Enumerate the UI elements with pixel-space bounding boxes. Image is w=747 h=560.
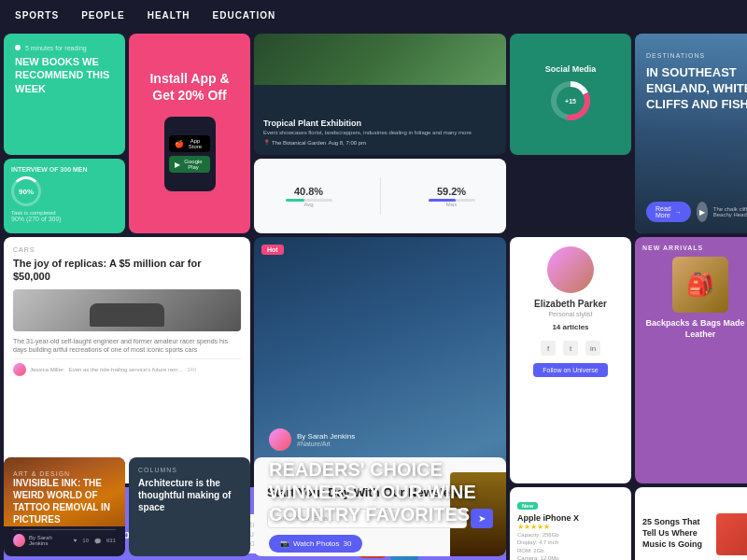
destinations-title: IN SOUTHEAST ENGLAND, WHITE CLIFFS AND F… [646, 65, 747, 113]
empty-col5 [635, 457, 747, 556]
facebook-icon[interactable]: f [541, 341, 556, 356]
stat-2-label: Max [429, 202, 475, 207]
nav-people[interactable]: PEOPLE [81, 10, 125, 21]
likes-icon: ♥ [74, 538, 78, 544]
arrow-icon: → [675, 209, 682, 216]
top-navigation: SPORTS PEOPLE HEALTH EDUCATION [0, 0, 747, 30]
watch-photos-button[interactable]: 📷 Watch Photos 30 [269, 535, 362, 553]
columns-category: COLUMNS [138, 467, 241, 473]
nav-sports[interactable]: SPORTS [15, 10, 59, 21]
author-name: By Sarah Jenkins [297, 432, 355, 441]
elizabeth-name: Elizabeth Parker [534, 299, 607, 309]
art-author-avatar [13, 534, 25, 547]
stat-1-value: 40.8% [286, 186, 332, 197]
nav-health[interactable]: HEALTH [148, 10, 190, 21]
social-links: f t in [541, 341, 600, 356]
card-destinations[interactable]: DESTINATIONS IN SOUTHEAST ENGLAND, WHITE… [635, 34, 747, 233]
app-store-btn[interactable]: 🍎 App Store [169, 135, 210, 152]
art-metrics: ♥ 10 💬 631 [74, 538, 116, 544]
stat-1-label: Avg [286, 202, 332, 207]
books-title: NEW BOOKS WE RECOMMEND THIS WEEK [15, 55, 114, 95]
card-tropical[interactable]: Tropical Plant Exhibition Event showcase… [254, 34, 506, 155]
card-readers-choice[interactable]: Hot By Sarah Jenkins #Nature/Art READERS… [254, 237, 506, 560]
stat-2-value: 59.2% [429, 186, 475, 197]
art-author-row: By Sarah Jenkins ♥ 10 💬 631 [13, 529, 116, 547]
cars-category: CARS [13, 246, 241, 253]
linkedin-icon[interactable]: in [585, 341, 600, 356]
card-social-media: Social Media +15 [510, 34, 631, 155]
author-avatar [13, 363, 26, 376]
author-sub: #Nature/Art [297, 441, 355, 447]
google-play-btn[interactable]: ▶ Google Play [169, 156, 210, 173]
card-cars[interactable]: CARS The joy of replicas: A $5 million c… [4, 237, 250, 483]
card-install-app[interactable]: Install App & Get 20% Off 🍎 App Store ▶ … [129, 34, 250, 233]
social-title: Social Media [545, 64, 597, 74]
interview-tag: INTERVIEW OF 300 MEN [11, 166, 118, 173]
arrivals-tag: NEW ARRIVALS [642, 245, 747, 251]
phone-mockup: 🍎 App Store ▶ Google Play [164, 117, 216, 191]
comments-icon: 💬 [94, 538, 101, 544]
car-image [13, 289, 241, 331]
progress-circle: 90% [11, 176, 41, 206]
location-icon: 📍 [263, 139, 270, 146]
install-title: Install App & Get 20% Off [140, 70, 239, 104]
donut-label: +15 [565, 98, 576, 105]
author-avatar [269, 428, 291, 451]
card-columns[interactable]: COLUMNS Architecture is the thoughtful m… [129, 457, 250, 556]
readers-title: READERS' CHOICE WINNERS: YOUR WINE COUNT… [269, 458, 491, 525]
card-stats: 40.8% Avg 59.2% Max [254, 159, 506, 233]
card-books[interactable]: 5 minutes for reading NEW BOOKS WE RECOM… [4, 34, 125, 155]
donut-chart: +15 [547, 77, 594, 124]
apple-icon: 🍎 [175, 140, 184, 148]
books-tag: 5 minutes for reading [15, 45, 114, 51]
art-category: ART & DESIGN [13, 470, 116, 477]
card-art-design[interactable]: ART & DESIGN INVISIBLE INK: THE WEIRD WO… [4, 457, 125, 556]
author-row: Jessica Miller: Even as the ride-hailing… [13, 358, 241, 376]
stat-2: 59.2% Max [429, 186, 475, 207]
play-icon: ▶ [175, 161, 180, 169]
card-interview: INTERVIEW OF 300 MEN 90% Task is complet… [4, 159, 125, 233]
tropical-location: 📍 The Botanical Garden Aug 8, 7:00 pm [263, 139, 497, 146]
task-progress: 90% (270 of 300) [11, 216, 118, 222]
tropical-title: Tropical Plant Exhibition [263, 119, 497, 128]
caption-text: The chalk cliff of Beachy Head [713, 206, 747, 217]
elizabeth-role: Personal stylist [548, 311, 592, 317]
backpack-image: 🎒 [672, 257, 728, 313]
card-arrivals[interactable]: NEW ARRIVALS 🎒 Backpacks & Bags Made of … [635, 237, 747, 483]
card-elizabeth[interactable]: Elizabeth Parker Personal stylist 14 art… [510, 237, 631, 483]
hot-badge: Hot [261, 245, 284, 255]
elizabeth-avatar [547, 246, 594, 293]
author-snippet: Even as the ride-hailing service's futur… [69, 367, 184, 372]
nav-education[interactable]: EDUCATION [213, 10, 276, 21]
columns-title: Architecture is the thoughtful making of… [138, 477, 241, 513]
read-more-button[interactable]: Read More → [646, 202, 691, 222]
camera-icon: 📷 [280, 539, 289, 548]
stat-1: 40.8% Avg [286, 186, 332, 207]
art-author: By Sarah Jenkins [29, 535, 70, 546]
arrivals-item: Backpacks & Bags Made of Leather [642, 318, 747, 340]
author-info: By Sarah Jenkins #Nature/Art [269, 428, 491, 451]
twitter-icon[interactable]: t [563, 341, 578, 356]
elizabeth-articles: 14 articles [552, 323, 588, 331]
empty-col4 [510, 457, 631, 556]
author-name: Jessica Miller: [30, 367, 65, 372]
cars-desc: The 31-year-old self-taught engineer and… [13, 337, 241, 356]
destinations-tag: DESTINATIONS [646, 52, 705, 59]
art-title: INVISIBLE INK: THE WEIRD WORLD OF TATTOO… [13, 477, 116, 525]
follow-button[interactable]: Follow on Universe [533, 363, 608, 377]
tropical-desc: Event showcases florist, landscrappers, … [263, 130, 497, 135]
play-button[interactable]: ▶ [697, 202, 708, 222]
read-count: 340 [187, 367, 196, 372]
cars-title: The joy of replicas: A $5 million car fo… [13, 257, 241, 284]
